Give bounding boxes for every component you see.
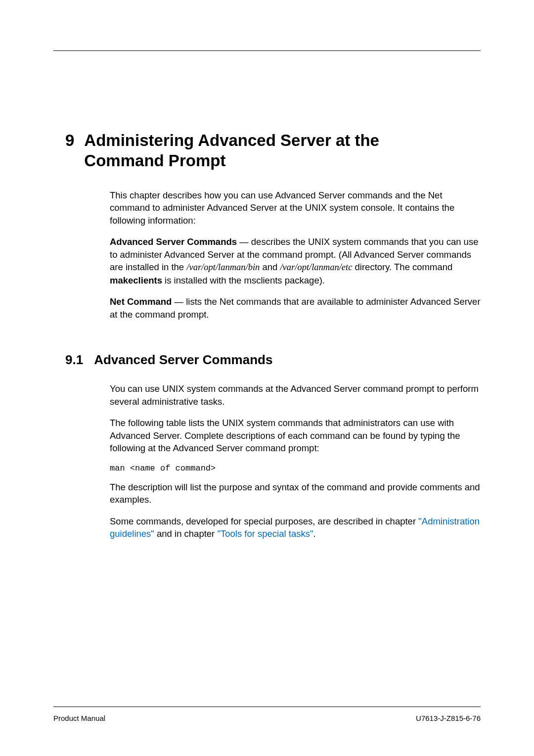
section-p3: The description will list the purpose an… bbox=[110, 481, 481, 506]
link-tools-special[interactable]: "Tools for special tasks" bbox=[217, 528, 313, 539]
section-number: 9.1 bbox=[65, 352, 83, 368]
section-p2: The following table lists the UNIX syste… bbox=[110, 417, 481, 455]
asc-label: Advanced Server Commands bbox=[110, 236, 237, 247]
section-p4: Some commands, developed for special pur… bbox=[110, 515, 481, 540]
section-heading: 9.1 Advanced Server Commands bbox=[65, 352, 481, 368]
document-page: 9 Administering Advanced Server at the C… bbox=[0, 0, 534, 756]
intro-paragraph-1: This chapter describes how you can use A… bbox=[110, 189, 481, 227]
footer-right: U7613-J-Z815-6-76 bbox=[416, 714, 481, 722]
section-p4-b: and in chapter bbox=[154, 528, 218, 539]
asc-text-c: is installed with the msclients package)… bbox=[162, 275, 325, 285]
page-footer: Product Manual U7613-J-Z815-6-76 bbox=[53, 707, 481, 722]
makeclients-label: makeclients bbox=[110, 275, 162, 285]
chapter-title-line1: Administering Advanced Server at the bbox=[84, 131, 379, 149]
top-divider bbox=[53, 50, 481, 51]
chapter-number: 9 bbox=[65, 130, 74, 150]
path-bin: /var/opt/lanman/bin bbox=[186, 262, 260, 272]
section-body: You can use UNIX system commands at the … bbox=[110, 382, 481, 540]
section-p1: You can use UNIX system commands at the … bbox=[110, 382, 481, 408]
section-p4-a: Some commands, developed for special pur… bbox=[110, 516, 418, 526]
asc-and: and bbox=[260, 262, 280, 272]
section-p4-c: . bbox=[313, 528, 316, 539]
netcmd-label: Net Command bbox=[110, 296, 172, 307]
chapter-intro: This chapter describes how you can use A… bbox=[110, 189, 481, 321]
chapter-title: Administering Advanced Server at the Com… bbox=[84, 130, 379, 171]
asc-text-b: directory. The command bbox=[352, 262, 452, 272]
chapter-title-line2: Command Prompt bbox=[84, 151, 225, 170]
intro-paragraph-3: Net Command — lists the Net commands tha… bbox=[110, 295, 481, 321]
intro-paragraph-2: Advanced Server Commands — describes the… bbox=[110, 236, 481, 286]
footer-left: Product Manual bbox=[53, 714, 105, 722]
path-etc: /var/opt/lanman/etc bbox=[280, 262, 352, 272]
section-title: Advanced Server Commands bbox=[94, 352, 272, 368]
code-example: man <name of command> bbox=[110, 464, 481, 473]
chapter-heading: 9 Administering Advanced Server at the C… bbox=[65, 130, 481, 171]
